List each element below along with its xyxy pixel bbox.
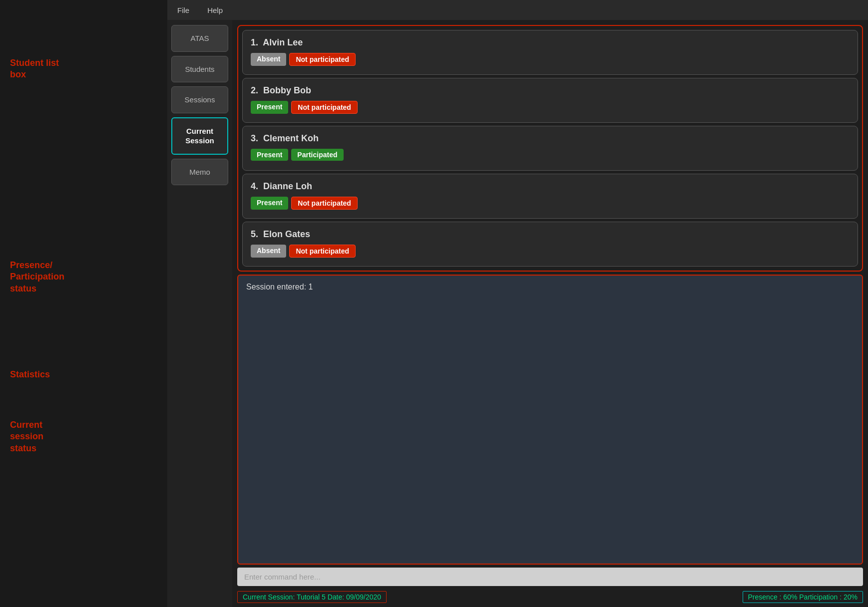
- statistics-text: Session entered: 1: [246, 283, 313, 291]
- sidebar-btn-memo[interactable]: Memo: [171, 159, 228, 186]
- annotation-presence: Presence/Participationstatus: [10, 260, 64, 295]
- student-list-box: 1. Alvin Lee Absent Not participated 2. …: [237, 25, 863, 272]
- student-card[interactable]: 3. Clement Koh Present Participated: [242, 126, 858, 171]
- student-badges: Present Participated: [251, 149, 850, 161]
- command-input[interactable]: [237, 568, 863, 586]
- student-name: 3. Clement Koh: [251, 133, 850, 144]
- statistics-box: Session entered: 1: [237, 275, 863, 565]
- student-badges: Present Not participated: [251, 101, 850, 114]
- presence-badge[interactable]: Absent: [251, 245, 286, 258]
- student-badges: Absent Not participated: [251, 245, 850, 258]
- student-badges: Present Not participated: [251, 197, 850, 210]
- participation-badge[interactable]: Not participated: [289, 53, 356, 66]
- participation-badge[interactable]: Not participated: [291, 101, 358, 114]
- sidebar-btn-sessions[interactable]: Sessions: [171, 86, 228, 113]
- status-left: Current Session: Tutorial 5 Date: 09/09/…: [237, 591, 387, 603]
- student-badges: Absent Not participated: [251, 53, 850, 66]
- menu-file[interactable]: File: [173, 4, 193, 16]
- student-name: 2. Bobby Bob: [251, 85, 850, 96]
- sidebar-btn-current-session[interactable]: CurrentSession: [171, 117, 228, 155]
- presence-badge[interactable]: Present: [251, 149, 288, 161]
- participation-badge[interactable]: Not participated: [289, 245, 356, 258]
- student-card[interactable]: 2. Bobby Bob Present Not participated: [242, 78, 858, 123]
- student-list-inner: 1. Alvin Lee Absent Not participated 2. …: [238, 26, 862, 271]
- student-name: 1. Alvin Lee: [251, 37, 850, 48]
- menu-help[interactable]: Help: [203, 4, 227, 16]
- status-bar: Current Session: Tutorial 5 Date: 09/09/…: [237, 589, 863, 605]
- student-name: 4. Dianne Loh: [251, 181, 850, 192]
- presence-badge[interactable]: Absent: [251, 53, 286, 66]
- sidebar: ATAS Students Sessions CurrentSession Me…: [167, 20, 232, 607]
- main-content: 1. Alvin Lee Absent Not participated 2. …: [232, 20, 868, 607]
- sidebar-btn-students[interactable]: Students: [171, 56, 228, 83]
- status-right: Presence : 60% Participation : 20%: [743, 591, 863, 603]
- annotation-statistics: Statistics: [10, 369, 50, 380]
- participation-badge[interactable]: Participated: [291, 149, 343, 161]
- student-name: 5. Elon Gates: [251, 229, 850, 240]
- presence-badge[interactable]: Present: [251, 101, 288, 114]
- presence-badge[interactable]: Present: [251, 197, 288, 210]
- participation-badge[interactable]: Not participated: [291, 197, 358, 210]
- student-card[interactable]: 4. Dianne Loh Present Not participated: [242, 174, 858, 219]
- annotation-current-session-status: Currentsessionstatus: [10, 419, 43, 454]
- sidebar-btn-atas[interactable]: ATAS: [171, 25, 228, 52]
- bottom-area: Session entered: 1 Current Session: Tuto…: [237, 275, 863, 607]
- student-card[interactable]: 1. Alvin Lee Absent Not participated: [242, 30, 858, 75]
- menubar: File Help: [167, 0, 868, 20]
- student-card[interactable]: 5. Elon Gates Absent Not participated: [242, 222, 858, 267]
- annotation-student-list-box: Student listbox: [10, 57, 59, 81]
